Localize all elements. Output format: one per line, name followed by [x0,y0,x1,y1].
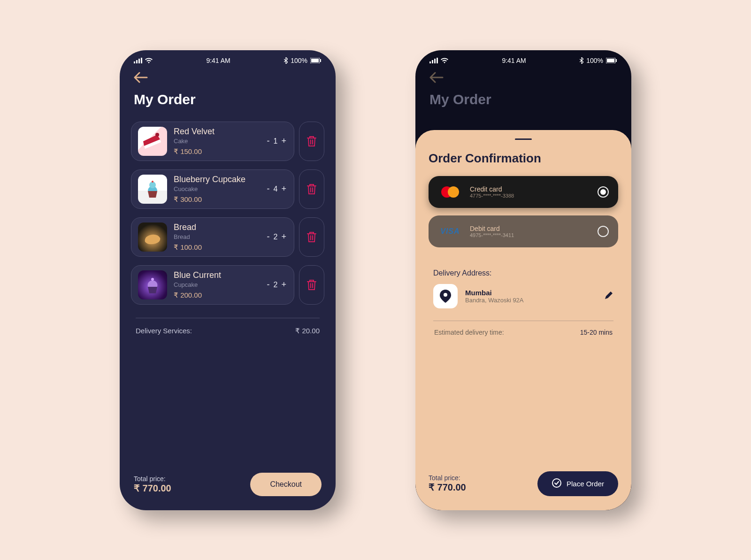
battery-icon [606,58,617,63]
order-item: Blue Current Cupcake ₹ 200.00 - 2 + [131,265,324,305]
total-price: ₹ 770.00 [134,483,171,494]
place-order-label: Place Order [567,480,604,488]
phone-order-confirmation: 9:41 AM 100% My Order Order Confirmation… [415,50,631,510]
svg-rect-1 [136,60,138,63]
payment-number: 4975-****-****-3411 [470,232,590,238]
svg-point-21 [552,479,561,487]
svg-point-20 [444,293,447,297]
sheet-grabber[interactable] [515,138,532,140]
item-category: Cuocake [174,185,260,192]
signal-icon [429,58,438,63]
item-card[interactable]: Red Velvet Cake ₹ 150.00 - 1 + [131,122,294,161]
order-item: Bread Bread ₹ 100.00 - 2 + [131,217,324,257]
phone-my-order: 9:41 AM 100% My Order Red Velvet [120,50,336,510]
payment-option-credit[interactable]: Credit card 4775-****-****-3388 [429,176,618,208]
svg-rect-3 [141,58,142,63]
confirmation-sheet: Order Confirmation Credit card 4775-****… [415,130,631,510]
svg-point-7 [155,133,159,137]
page-title-dimmed: My Order [415,89,631,122]
status-bar: 9:41 AM 100% [120,50,336,67]
radio-selected[interactable] [598,186,609,198]
qty-decrease[interactable]: - [266,280,271,290]
visa-icon: VISA [438,224,462,239]
page-title: My Order [120,89,336,122]
item-card[interactable]: Blueberry Cupcake Cuocake ₹ 300.00 - 4 + [131,169,294,209]
edit-address-button[interactable] [604,291,613,302]
checkmark-icon [552,478,562,490]
status-battery-pct: 100% [291,57,307,64]
remove-item-button[interactable] [299,122,324,161]
qty-increase[interactable]: + [280,280,287,290]
back-button[interactable] [134,72,148,83]
status-time: 9:41 AM [502,57,526,64]
item-price: ₹ 200.00 [174,291,260,299]
location-icon [433,284,458,308]
mastercard-icon [438,184,462,199]
item-name: Bread [174,222,260,232]
qty-increase[interactable]: + [280,136,287,146]
item-card[interactable]: Blue Current Cupcake ₹ 200.00 - 2 + [131,265,294,305]
remove-item-button[interactable] [299,217,324,257]
svg-point-8 [149,182,156,188]
place-order-button[interactable]: Place Order [537,471,618,496]
qty-value: 4 [274,185,278,193]
sheet-title: Order Confirmation [429,151,618,166]
qty-decrease[interactable]: - [266,136,271,146]
cart-footer: Total price: ₹ 770.00 Checkout [120,473,336,496]
status-time: 9:41 AM [206,57,230,64]
svg-rect-0 [134,61,135,63]
delivery-label: Delivery Services: [136,327,192,335]
svg-point-19 [448,186,459,198]
qty-increase[interactable]: + [280,184,287,194]
delivery-fee-row: Delivery Services: ₹ 20.00 [120,318,336,335]
wifi-icon [145,58,153,63]
remove-item-button[interactable] [299,265,324,305]
svg-rect-2 [138,59,140,63]
item-price: ₹ 150.00 [174,147,260,156]
address-street: Bandra, Wazoski 92A [465,297,524,304]
item-thumbnail [138,175,167,204]
wifi-icon [441,58,448,63]
svg-rect-6 [320,59,321,62]
checkout-button[interactable]: Checkout [250,473,322,496]
item-thumbnail [138,270,167,299]
svg-point-9 [152,181,153,183]
address-row: Mumbai Bandra, Wazoski 92A [429,284,618,308]
status-bar: 9:41 AM 100% [415,50,631,67]
payment-type: Credit card [470,185,590,193]
order-item: Blueberry Cupcake Cuocake ₹ 300.00 - 4 + [131,169,324,209]
qty-decrease[interactable]: - [266,232,271,242]
item-name: Blueberry Cupcake [174,175,260,184]
svg-rect-5 [311,59,319,62]
svg-rect-14 [437,58,438,63]
radio-unselected[interactable] [598,226,609,237]
qty-value: 2 [274,233,278,241]
back-button[interactable] [429,72,444,83]
svg-rect-11 [429,61,431,63]
signal-icon [134,58,142,63]
eta-row: Estimated delivery time: 15-20 mins [429,321,618,336]
payment-option-debit[interactable]: VISA Debit card 4975-****-****-3411 [429,215,618,247]
qty-increase[interactable]: + [280,232,287,242]
item-card[interactable]: Bread Bread ₹ 100.00 - 2 + [131,217,294,257]
total-label: Total price: [429,474,466,482]
item-name: Red Velvet [174,127,260,137]
item-category: Cake [174,138,260,145]
qty-value: 2 [274,281,278,289]
address-label: Delivery Address: [433,269,613,277]
address-city: Mumbai [465,289,524,297]
item-price: ₹ 300.00 [174,195,260,204]
bluetooth-icon [284,57,288,64]
svg-rect-13 [434,59,436,63]
eta-label: Estimated delivery time: [434,329,504,336]
qty-decrease[interactable]: - [266,184,271,194]
remove-item-button[interactable] [299,169,324,209]
qty-value: 1 [274,137,278,146]
item-thumbnail [138,222,167,252]
status-battery-pct: 100% [586,57,603,64]
delivery-fee: ₹ 20.00 [295,327,320,335]
bluetooth-icon [580,57,583,64]
sheet-footer: Total price: ₹ 770.00 Place Order [429,471,618,496]
item-category: Bread [174,233,260,240]
item-price: ₹ 100.00 [174,243,260,252]
